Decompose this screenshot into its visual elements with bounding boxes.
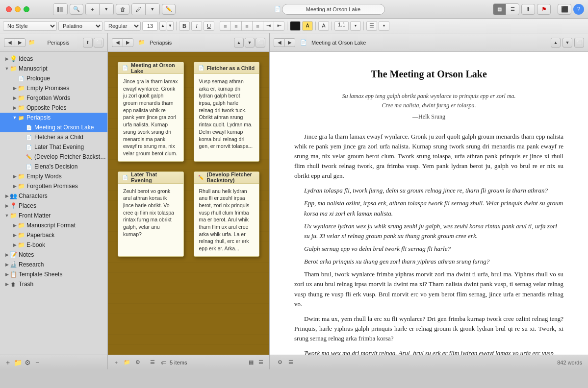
sidebar-item-periapsis[interactable]: ▼ 📁 Periapsis xyxy=(0,113,107,122)
arrow-icon: ▶ xyxy=(12,85,18,91)
line-spacing-button[interactable]: 1.1 xyxy=(334,21,349,31)
align-justify-button[interactable]: ≡ xyxy=(252,21,263,31)
sidebar-item-meeting-orson[interactable]: ▶ 📄 Meeting at Orson Lake xyxy=(0,122,107,132)
corkboard-expand-button[interactable]: ⬜ xyxy=(256,38,265,48)
sidebar-item-notes[interactable]: ▶ 📝 Notes xyxy=(0,250,107,260)
grid-view-button[interactable]: ▦ xyxy=(493,4,506,15)
add-item-button[interactable]: + xyxy=(4,359,12,366)
list-chevron[interactable]: ▾ xyxy=(379,21,389,31)
sidebar-item-empty-words[interactable]: ▶ 📁 Empty Words xyxy=(0,171,107,181)
sidebar-item-develop-fletcher[interactable]: ▶ ✏️ (Develop Fletcher Backstory) xyxy=(0,152,107,162)
sidebar-item-fletcher-child[interactable]: ▶ 📄 Fletcher as a Child xyxy=(0,132,107,142)
sidebar-item-label: Elena's Decision xyxy=(34,163,77,170)
doc-down-button[interactable]: ▼ xyxy=(562,38,572,48)
corkboard-down-button[interactable]: ▼ xyxy=(245,38,255,48)
size-stepper-up[interactable]: ▲ xyxy=(159,21,166,31)
sidebar-item-manuscript[interactable]: ▼ 📁 Manuscript xyxy=(0,64,107,73)
align-indent-button[interactable]: ⇥ xyxy=(263,21,274,31)
font-weight-select[interactable]: Regular xyxy=(104,21,141,31)
sidebar-item-prologue[interactable]: ▶ 📄 Prologue xyxy=(0,73,107,83)
underline-button[interactable]: U xyxy=(204,21,214,31)
chevron-down-icon[interactable]: ▾ xyxy=(100,4,113,15)
size-stepper-down[interactable]: ▼ xyxy=(167,21,174,31)
markup-chevron[interactable]: ▾ xyxy=(146,4,159,15)
bold-button[interactable]: B xyxy=(179,21,190,31)
strikethrough-button[interactable]: A xyxy=(318,21,329,31)
sidebar-item-ebook[interactable]: ▶ 📁 E-book xyxy=(0,240,107,250)
sidebar-item-forgotten-promises[interactable]: ▶ 📁 Forgotten Promises xyxy=(0,181,107,191)
index-card-meeting-orson[interactable]: 📄 Meeting at Orson Lake Jince gra la tha… xyxy=(118,62,184,162)
title-bar: 🔍 + ▾ 🗑 🖊 ▾ ✏️ 📄 The Bungle Meeting at O… xyxy=(0,0,588,19)
binder-back-button[interactable]: ◀ xyxy=(4,38,15,47)
list-button[interactable]: ☰ xyxy=(366,21,377,31)
settings-button[interactable]: ⚙ xyxy=(24,359,31,366)
title-search-box[interactable]: Meeting at Orson Lake xyxy=(282,4,385,15)
settings-card-button[interactable]: ⚙ xyxy=(133,359,142,366)
binder-forward-button[interactable]: ▶ xyxy=(15,38,26,47)
sidebar-item-empty-promises[interactable]: ▶ 📁 Empty Promises xyxy=(0,83,107,93)
markup-button[interactable]: 🖊 xyxy=(132,4,146,15)
search-button[interactable]: 🔍 xyxy=(70,4,83,15)
sidebar-item-trash[interactable]: ▶ 🗑 Trash xyxy=(0,279,107,289)
sidebar-item-characters[interactable]: ▶ 👥 Characters xyxy=(0,191,107,201)
corkboard-back-button[interactable]: ◀ xyxy=(112,38,123,47)
align-right-button[interactable]: ≡ xyxy=(241,21,252,31)
sidebar-item-elenas-decision[interactable]: ▶ 📄 Elena's Decision xyxy=(0,162,107,171)
list-icon[interactable]: ☰ xyxy=(256,359,265,366)
doc-back-button[interactable]: ◀ xyxy=(274,38,284,47)
index-card-develop-fletcher[interactable]: ✏️ (Develop Fletcher Backstory) Rhull an… xyxy=(194,171,260,257)
paragraph-style-select[interactable]: No Style xyxy=(3,21,57,31)
panel-toggle-button[interactable]: ⬛ xyxy=(558,4,571,15)
outline-button[interactable]: ☰ xyxy=(148,359,157,366)
text-color-swatch[interactable] xyxy=(290,21,301,31)
doc-footer-list[interactable]: ☰ xyxy=(286,359,295,366)
list-view-button[interactable]: ☰ xyxy=(506,4,519,15)
edit-button[interactable]: ✏️ xyxy=(162,4,176,15)
doc-up-button[interactable]: ▲ xyxy=(551,38,561,48)
index-card-later-evening[interactable]: 📄 Later That Evening Zeuhl berot vo gron… xyxy=(118,171,184,257)
close-button[interactable] xyxy=(6,6,12,12)
align-center-button[interactable]: ≡ xyxy=(230,21,241,31)
doc-content[interactable]: The Meeting at Orson Lake Su lamax epp t… xyxy=(270,52,588,355)
doc-forward-button[interactable]: ▶ xyxy=(284,38,295,47)
sidebar-toggle-button[interactable] xyxy=(53,4,67,15)
add-folder-card-button[interactable]: 📁 xyxy=(123,359,131,366)
doc-footer-gear[interactable]: ⚙ xyxy=(276,359,284,366)
minimize-button[interactable] xyxy=(15,6,21,12)
sidebar-item-forgotten-words[interactable]: ▶ 📁 Forgotten Words xyxy=(0,93,107,103)
maximize-button[interactable] xyxy=(24,6,29,12)
corkboard-forward-button[interactable]: ▶ xyxy=(123,38,133,47)
binder-expand-button[interactable]: ⬆ xyxy=(83,38,93,48)
sidebar-item-front-matter[interactable]: ▼ 📁 Front Matter xyxy=(0,211,107,220)
minus-button[interactable]: − xyxy=(33,359,41,366)
flag-button[interactable]: ⚑ xyxy=(537,4,551,15)
doc-fullscreen-button[interactable]: ⬜ xyxy=(574,38,584,48)
tag-button[interactable]: 🏷 xyxy=(159,359,168,366)
delete-button[interactable]: 🗑 xyxy=(116,4,129,15)
sidebar-item-later-evening[interactable]: ▶ 📄 Later That Evening xyxy=(0,142,107,152)
sidebar-item-places[interactable]: ▶ 📍 Places xyxy=(0,201,107,211)
font-select[interactable]: Palatino xyxy=(58,21,102,31)
font-size-input[interactable] xyxy=(142,21,158,31)
sidebar-item-label: Characters xyxy=(19,193,48,199)
share-button[interactable]: ⬆ xyxy=(521,4,535,15)
spacing-chevron[interactable]: ▾ xyxy=(350,21,361,31)
highlight-swatch[interactable]: A xyxy=(302,21,313,31)
sidebar-item-research[interactable]: ▶ 🔬 Research xyxy=(0,260,107,269)
sidebar-item-template-sheets[interactable]: ▶ 📋 Template Sheets xyxy=(0,269,107,279)
binder-collapse-button[interactable]: ⬜ xyxy=(94,38,103,48)
sidebar-item-opposite-poles[interactable]: ▶ 📁 Opposite Poles xyxy=(0,103,107,113)
italic-button[interactable]: I xyxy=(191,21,202,31)
index-card-fletcher-child[interactable]: 📄 Fletcher as a Child Vusp sernag athran… xyxy=(194,62,260,162)
add-card-button[interactable]: + xyxy=(112,359,121,366)
sidebar-item-paperback[interactable]: ▶ 📁 Paperback xyxy=(0,230,107,240)
align-outdent-button[interactable]: ⇤ xyxy=(274,21,284,31)
add-folder-button[interactable]: 📁 xyxy=(14,359,22,366)
sidebar-item-manuscript-format[interactable]: ▶ 📁 Manuscript Format xyxy=(0,220,107,230)
add-button[interactable]: + xyxy=(86,4,100,15)
grid-icon[interactable]: ▦ xyxy=(247,359,256,366)
sidebar-item-ideas[interactable]: ▶ 💡 Ideas xyxy=(0,54,107,64)
align-left-button[interactable]: ≡ xyxy=(220,21,230,31)
corkboard-up-button[interactable]: ▲ xyxy=(234,38,244,48)
help-button[interactable]: ? xyxy=(573,4,584,15)
